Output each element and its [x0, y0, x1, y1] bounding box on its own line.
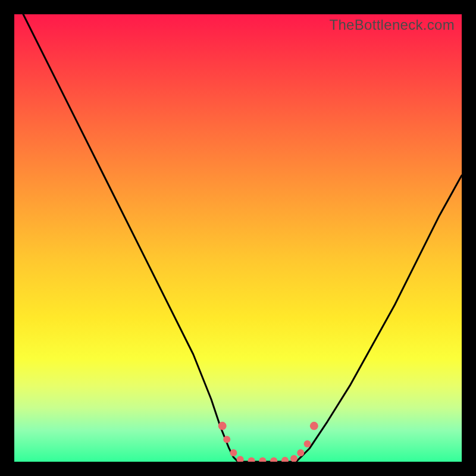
marker-dot [281, 457, 289, 462]
marker-dot [259, 458, 266, 462]
marker-dot [310, 422, 318, 430]
marker-dot [290, 455, 298, 462]
marker-dot [304, 440, 311, 447]
marker-dot [237, 456, 244, 462]
marker-dot [223, 436, 230, 443]
marker-dot [248, 458, 255, 462]
marker-dot [270, 458, 277, 462]
marker-dot [230, 449, 237, 456]
curve-layer [14, 14, 462, 462]
marker-dot [297, 449, 304, 456]
bottleneck-path [23, 14, 462, 462]
bottleneck-curve [23, 14, 462, 462]
plot-area: TheBottleneck.com [14, 14, 462, 462]
chart-frame: TheBottleneck.com [0, 0, 476, 476]
watermark-label: TheBottleneck.com [329, 17, 455, 33]
marker-dot [218, 422, 227, 430]
